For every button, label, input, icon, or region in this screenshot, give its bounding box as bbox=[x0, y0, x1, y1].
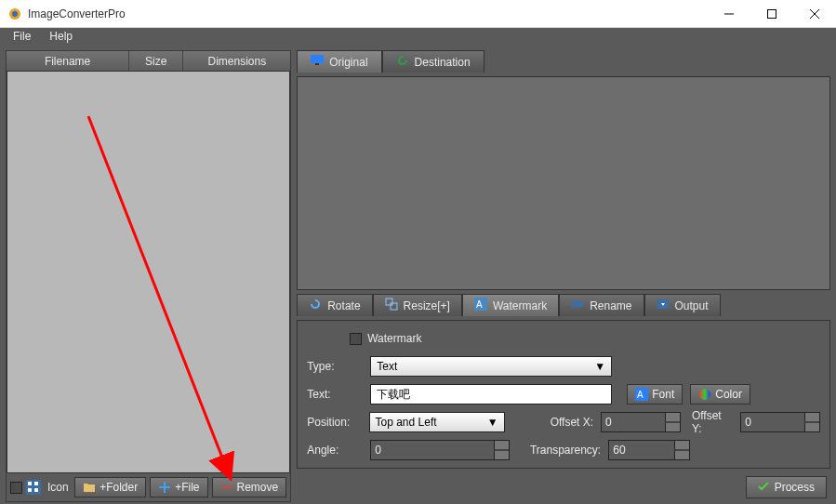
menu-help[interactable]: Help bbox=[42, 28, 80, 45]
color-button-label: Color bbox=[715, 388, 742, 401]
right-panel: Original Destination Rotate Resize[+] bbox=[297, 50, 830, 502]
spin-down[interactable] bbox=[804, 422, 819, 431]
app-body: File Help Filename Size Dimensions Icon … bbox=[0, 28, 836, 504]
tab-original-label: Original bbox=[329, 56, 367, 69]
offsety-input[interactable]: 0 bbox=[740, 412, 820, 432]
app-icon bbox=[7, 7, 22, 21]
type-label: Type: bbox=[307, 360, 363, 373]
rename-icon bbox=[571, 298, 584, 313]
minus-icon bbox=[220, 481, 233, 494]
font-button[interactable]: A Font bbox=[627, 384, 683, 405]
spin-down[interactable] bbox=[674, 450, 689, 459]
tab-watermark-label: Watermark bbox=[493, 299, 547, 312]
tab-output[interactable]: Output bbox=[644, 294, 721, 316]
svg-point-1 bbox=[12, 11, 18, 17]
process-button-label: Process bbox=[775, 481, 815, 494]
angle-input[interactable]: 0 bbox=[370, 440, 510, 460]
angle-label: Angle: bbox=[307, 444, 363, 457]
file-list-headers: Filename Size Dimensions bbox=[7, 51, 290, 72]
column-header-size[interactable]: Size bbox=[129, 51, 183, 71]
position-label: Position: bbox=[307, 416, 361, 429]
window-controls bbox=[708, 0, 836, 28]
tab-resize[interactable]: Resize[+] bbox=[373, 294, 462, 316]
spin-up[interactable] bbox=[804, 413, 819, 422]
column-header-dimensions[interactable]: Dimensions bbox=[183, 51, 290, 71]
add-folder-label: +Folder bbox=[100, 481, 138, 494]
transparency-label: Transparency: bbox=[517, 444, 601, 457]
spin-up[interactable] bbox=[665, 413, 680, 422]
maximize-button[interactable] bbox=[750, 0, 793, 28]
tab-watermark[interactable]: A Watermark bbox=[462, 294, 559, 316]
tab-rotate[interactable]: Rotate bbox=[297, 294, 372, 316]
remove-label: Remove bbox=[237, 481, 279, 494]
plus-icon bbox=[158, 481, 171, 494]
text-input-value: 下载吧 bbox=[377, 387, 410, 403]
monitor-icon bbox=[311, 55, 324, 69]
main-content: Filename Size Dimensions Icon +Folder +F… bbox=[0, 45, 836, 504]
watermark-enable-checkbox[interactable] bbox=[350, 333, 362, 345]
process-button[interactable]: Process bbox=[746, 476, 827, 498]
offsetx-input[interactable]: 0 bbox=[601, 412, 681, 432]
icon-view-label: Icon bbox=[47, 481, 69, 494]
svg-point-22 bbox=[699, 389, 710, 400]
refresh-icon bbox=[396, 54, 409, 70]
file-list-body[interactable] bbox=[7, 72, 290, 473]
position-select[interactable]: Top and Left ▼ bbox=[369, 412, 505, 432]
tool-tabs: Rotate Resize[+] A Watermark Rename Outp… bbox=[297, 294, 830, 316]
minimize-button[interactable] bbox=[708, 0, 750, 28]
folder-icon bbox=[83, 481, 96, 494]
type-select[interactable]: Text ▼ bbox=[370, 356, 612, 377]
file-list-panel: Filename Size Dimensions Icon +Folder +F… bbox=[6, 50, 291, 502]
color-icon bbox=[698, 388, 711, 401]
tab-rotate-label: Rotate bbox=[327, 299, 360, 312]
remove-button[interactable]: Remove bbox=[212, 477, 287, 497]
angle-value: 0 bbox=[375, 444, 381, 457]
menu-file[interactable]: File bbox=[6, 28, 38, 45]
offsetx-label: Offset X: bbox=[512, 416, 593, 429]
spin-up[interactable] bbox=[674, 441, 689, 450]
rotate-icon bbox=[309, 298, 322, 313]
color-button[interactable]: Color bbox=[690, 384, 750, 405]
column-header-filename[interactable]: Filename bbox=[7, 51, 129, 71]
output-icon bbox=[657, 298, 670, 313]
transparency-input[interactable]: 60 bbox=[608, 440, 690, 460]
close-button[interactable] bbox=[793, 0, 836, 28]
icon-view-checkbox[interactable] bbox=[10, 482, 22, 494]
add-folder-button[interactable]: +Folder bbox=[74, 477, 146, 497]
chevron-down-icon: ▼ bbox=[487, 416, 498, 429]
svg-rect-9 bbox=[28, 488, 32, 492]
window-titlebar: ImageConverterPro bbox=[0, 0, 836, 28]
transparency-value: 60 bbox=[613, 444, 625, 457]
spin-up[interactable] bbox=[494, 441, 509, 450]
position-select-value: Top and Left bbox=[376, 416, 437, 429]
process-row: Process bbox=[297, 472, 830, 502]
preview-area bbox=[297, 76, 830, 290]
tab-rename[interactable]: Rename bbox=[559, 294, 644, 316]
text-label: Text: bbox=[307, 388, 363, 401]
svg-text:A: A bbox=[476, 299, 483, 310]
text-input[interactable]: 下载吧 bbox=[370, 384, 612, 405]
offsety-label: Offset Y: bbox=[692, 409, 733, 435]
svg-rect-8 bbox=[34, 482, 38, 485]
font-icon: A bbox=[635, 388, 648, 401]
svg-rect-11 bbox=[221, 486, 232, 488]
svg-rect-15 bbox=[391, 303, 397, 310]
svg-rect-12 bbox=[311, 55, 324, 63]
tab-destination-label: Destination bbox=[415, 56, 471, 69]
spin-down[interactable] bbox=[494, 450, 509, 459]
check-icon bbox=[758, 481, 769, 495]
font-button-label: Font bbox=[652, 388, 674, 401]
svg-rect-13 bbox=[315, 63, 319, 65]
svg-rect-14 bbox=[386, 298, 392, 305]
svg-rect-10 bbox=[34, 488, 38, 492]
tab-original[interactable]: Original bbox=[297, 50, 381, 73]
grid-icon bbox=[26, 480, 41, 495]
tab-destination[interactable]: Destination bbox=[382, 50, 484, 73]
spin-down[interactable] bbox=[665, 422, 680, 431]
watermark-enable-label: Watermark bbox=[367, 332, 421, 345]
add-file-button[interactable]: +File bbox=[150, 477, 207, 497]
tab-rename-label: Rename bbox=[590, 299, 631, 312]
tab-output-label: Output bbox=[675, 299, 709, 312]
preview-tabs: Original Destination bbox=[297, 50, 830, 73]
watermark-panel: Watermark Type: Text ▼ Text: 下载吧 bbox=[297, 320, 830, 469]
